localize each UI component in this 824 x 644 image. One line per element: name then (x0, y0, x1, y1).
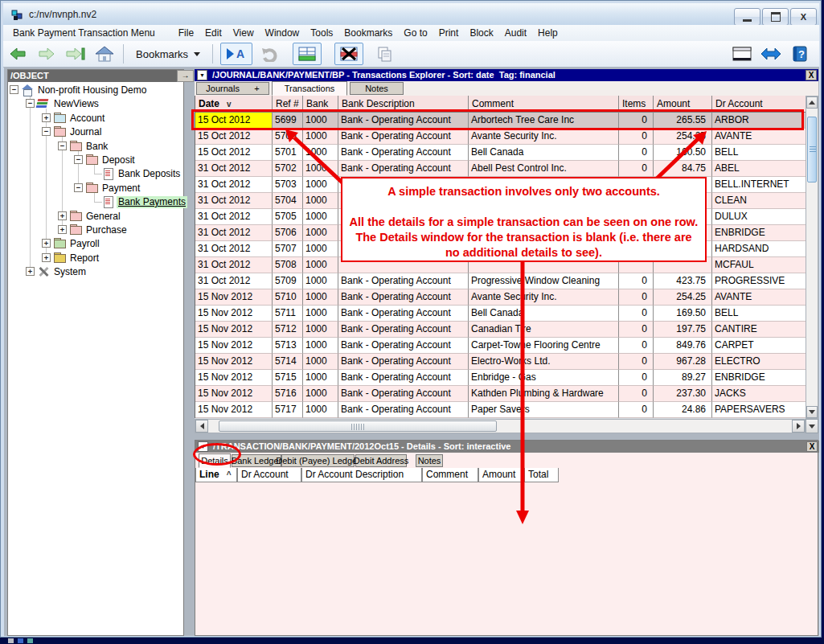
tab-debit-payee-ledger[interactable]: Debit (Payee) Ledger (281, 454, 355, 467)
menu-help[interactable]: Help (538, 27, 558, 39)
cell-bank[interactable]: 1000 (303, 306, 338, 322)
cell-date[interactable]: 15 Nov 2012 (195, 354, 273, 370)
cell-amount[interactable]: 967.28 (654, 354, 712, 370)
cell-comment[interactable]: Avante Security Inc. (469, 289, 619, 306)
horizontal-scrollbar[interactable] (195, 419, 806, 433)
tree-expander-icon[interactable]: + (42, 113, 51, 122)
tree-item-report[interactable]: +Report (8, 252, 183, 265)
scroll-right-button[interactable] (792, 420, 805, 433)
cell-items[interactable]: 0 (619, 129, 654, 145)
close-button[interactable]: X (790, 8, 817, 26)
menu-edit[interactable]: Edit (205, 27, 222, 39)
table-row[interactable]: 15 Nov 201257171000Bank - Operating Acco… (195, 402, 806, 418)
scroll-down-button[interactable] (806, 406, 818, 418)
tree-expand-arrow-button[interactable]: → (177, 70, 194, 82)
cell-date[interactable]: 31 Oct 2012 (195, 241, 273, 257)
cell-dr_account[interactable]: MCFAUL (712, 257, 806, 273)
cell-ref[interactable]: 5715 (273, 370, 303, 386)
cell-bank[interactable]: 1000 (303, 402, 338, 418)
copy-icon[interactable] (373, 43, 396, 64)
table-row[interactable]: 15 Nov 201257151000Bank - Operating Acco… (195, 370, 806, 386)
tree-expander-icon[interactable]: − (42, 127, 51, 136)
cell-bank_description[interactable]: Bank - Operating Account (338, 370, 469, 386)
cell-date[interactable]: 15 Nov 2012 (195, 289, 273, 306)
cell-comment[interactable]: Kathden Plumbing & Hardware (469, 386, 619, 402)
tree-item-journal[interactable]: −Journal (8, 125, 183, 139)
cell-bank[interactable]: 1000 (303, 338, 338, 354)
table-row[interactable]: 31 Oct 201257021000Bank - Operating Acco… (195, 161, 806, 177)
cell-dr_account[interactable]: HARDSAND (712, 241, 806, 257)
cell-bank_description[interactable]: Bank - Operating Account (338, 322, 469, 338)
bookmarks-dropdown[interactable]: Bookmarks (129, 47, 207, 62)
tree-item-newviews[interactable]: −NewViews (8, 97, 183, 111)
menu-print[interactable]: Print (439, 27, 459, 39)
cell-date[interactable]: 31 Oct 2012 (195, 225, 273, 241)
tree-item-general[interactable]: +General (8, 210, 183, 224)
details-column-header-dr-account-description[interactable]: Dr Account Description (301, 468, 422, 482)
menu-bookmarks[interactable]: Bookmarks (344, 27, 392, 39)
cell-items[interactable]: 0 (619, 289, 654, 306)
tab-notes[interactable]: Notes (350, 82, 404, 95)
cell-dr_account[interactable]: ELECTRO (712, 354, 806, 370)
details-title-bar[interactable]: ▼ /TRANSACTION/BANK/PAYMENT/2012Oct15 - … (195, 441, 819, 453)
cell-dr_account[interactable]: AVANTE (712, 129, 806, 145)
cell-ref[interactable]: 5704 (273, 193, 303, 209)
cell-dr_account[interactable]: CLEAN (712, 193, 806, 209)
cell-bank_description[interactable]: Bank - Operating Account (338, 273, 469, 289)
cell-bank_description[interactable]: Bank - Operating Account (338, 289, 469, 306)
cell-comment[interactable]: Bell Canada (469, 145, 619, 161)
cell-comment[interactable]: Bell Canada (469, 306, 619, 322)
menu-audit[interactable]: Audit (505, 27, 527, 39)
table-row[interactable]: 15 Oct 201257001000Bank - Operating Acco… (195, 129, 806, 145)
cell-bank[interactable]: 1000 (303, 241, 338, 257)
cell-amount[interactable]: 254.25 (654, 289, 712, 306)
menu-bank-payment-transaction[interactable]: Bank Payment Transaction Menu (13, 27, 155, 39)
cell-items[interactable]: 0 (619, 354, 654, 370)
cell-amount[interactable]: 423.75 (654, 273, 712, 289)
table-row[interactable]: 15 Nov 201257121000Bank - Operating Acco… (195, 322, 806, 338)
table-row[interactable]: 15 Nov 201257141000Bank - Operating Acco… (195, 354, 806, 370)
details-column-header-comment[interactable]: Comment (422, 468, 478, 482)
cell-amount[interactable]: 849.76 (654, 338, 712, 354)
cell-date[interactable]: 31 Oct 2012 (195, 273, 273, 289)
cell-ref[interactable]: 5702 (273, 161, 303, 177)
maximize-button[interactable] (762, 8, 789, 26)
cell-dr_account[interactable]: BELL.INTERNET (712, 177, 806, 193)
tree-expander-icon[interactable]: − (10, 85, 18, 94)
menu-tools[interactable]: Tools (310, 27, 333, 39)
cell-bank[interactable]: 1000 (303, 145, 338, 161)
menu-window[interactable]: Window (265, 27, 300, 39)
go-to-end-button[interactable] (64, 43, 87, 64)
menu-block[interactable]: Block (469, 27, 493, 39)
vertical-scroll-thumb[interactable] (807, 117, 817, 183)
cell-items[interactable]: 0 (619, 306, 654, 322)
cell-date[interactable]: 31 Oct 2012 (195, 177, 273, 193)
cell-date[interactable]: 31 Oct 2012 (195, 193, 273, 209)
cell-date[interactable]: 15 Oct 2012 (195, 129, 273, 145)
cell-comment[interactable]: Canadian Tire (469, 322, 619, 338)
cell-ref[interactable]: 5707 (273, 241, 303, 257)
cell-ref[interactable]: 5712 (273, 322, 303, 338)
forward-button[interactable] (35, 43, 58, 64)
cell-date[interactable]: 15 Nov 2012 (195, 386, 273, 402)
cell-ref[interactable]: 5700 (273, 129, 303, 145)
menu-view[interactable]: View (233, 27, 254, 39)
cell-bank_description[interactable]: Bank - Operating Account (338, 161, 469, 177)
tree-item-system[interactable]: +System (8, 265, 183, 279)
tree-expander-icon[interactable]: + (58, 211, 67, 220)
cell-dr_account[interactable]: CARPET (712, 338, 806, 354)
tab-transactions[interactable]: Transactions (272, 81, 347, 96)
tree-item-payment[interactable]: −Payment (8, 182, 183, 195)
cell-comment[interactable]: Abell Pest Control Inc. (469, 161, 619, 177)
fit-width-icon[interactable] (760, 43, 782, 64)
tree-expander-icon[interactable]: − (26, 99, 35, 108)
cell-ref[interactable]: 5714 (273, 354, 303, 370)
cell-bank[interactable]: 1000 (303, 273, 338, 289)
cell-comment[interactable]: Carpet-Towne Flooring Centre (469, 338, 619, 354)
cell-ref[interactable]: 5711 (273, 306, 303, 322)
cell-dr_account[interactable]: ENBRIDGE (712, 225, 806, 241)
cell-bank[interactable]: 1000 (303, 209, 338, 225)
cell-date[interactable]: 31 Oct 2012 (195, 257, 273, 273)
tree-expander-icon[interactable]: + (58, 225, 67, 234)
cell-comment[interactable]: Avante Security Inc. (469, 129, 619, 145)
